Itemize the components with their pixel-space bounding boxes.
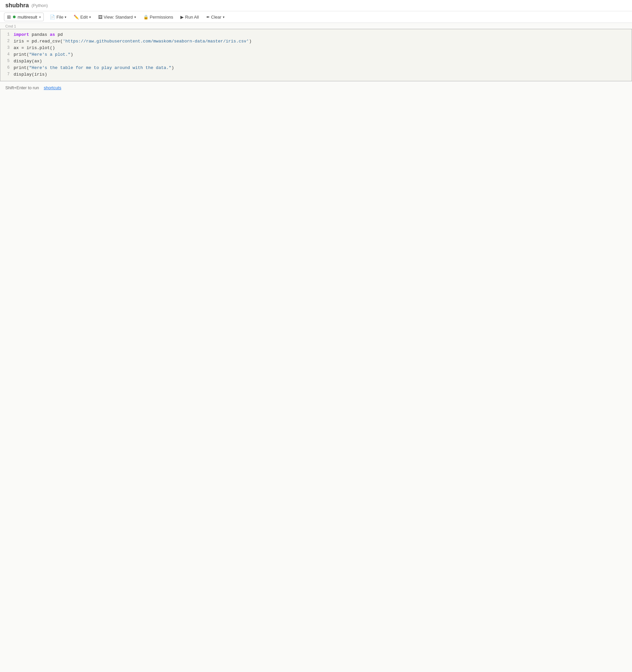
kw-token: as xyxy=(50,32,55,37)
view-chevron-icon: ▾ xyxy=(134,15,136,19)
run-all-button[interactable]: ▶ Run All xyxy=(177,13,202,21)
file-label: File xyxy=(56,15,63,20)
line-content: ax = iris.plot() xyxy=(14,45,632,50)
file-icon: 📄 xyxy=(50,15,55,20)
text-token: ax = iris.plot() xyxy=(14,45,55,50)
code-line: 1import pandas as pd xyxy=(0,32,632,39)
line-number: 5 xyxy=(0,59,14,63)
cell-container[interactable]: 1import pandas as pd2iris = pd.read_csv(… xyxy=(0,29,632,81)
cell-area: Cmd 1 1import pandas as pd2iris = pd.rea… xyxy=(0,23,632,81)
app-title: shubhra xyxy=(5,2,29,9)
text-token: ) xyxy=(171,65,174,70)
line-number: 1 xyxy=(0,32,14,37)
line-content: iris = pd.read_csv('https://raw.githubus… xyxy=(14,39,632,44)
view-icon: 🖼 xyxy=(98,15,102,20)
run-hint-text: Shift+Enter to run xyxy=(5,85,39,90)
view-menu-button[interactable]: 🖼 View: Standard ▾ xyxy=(95,13,139,21)
toolbar: ⊞ multiresult ▾ 📄 File ▾ ✏️ Edit ▾ 🖼 Vie… xyxy=(0,11,632,23)
code-line: 6print("Here's the table for me to play … xyxy=(0,65,632,72)
code-line: 4print("Here's a plot.") xyxy=(0,52,632,58)
chevron-down-icon: ▾ xyxy=(39,15,41,19)
line-content: import pandas as pd xyxy=(14,32,632,37)
text-token: pandas xyxy=(29,32,50,37)
notebook-name: multiresult xyxy=(18,15,37,20)
line-number: 4 xyxy=(0,52,14,57)
run-all-label: Run All xyxy=(185,15,199,20)
notebook-selector[interactable]: ⊞ multiresult ▾ xyxy=(4,13,44,21)
line-content: print("Here's the table for me to play a… xyxy=(14,65,632,70)
code-line: 3ax = iris.plot() xyxy=(0,45,632,52)
code-editor[interactable]: 1import pandas as pd2iris = pd.read_csv(… xyxy=(0,29,632,81)
code-line: 5display(ax) xyxy=(0,58,632,65)
edit-label: Edit xyxy=(80,15,88,20)
clear-icon: ✒ xyxy=(206,15,210,20)
line-number: 7 xyxy=(0,72,14,77)
line-number: 2 xyxy=(0,39,14,44)
str-token: "Here's the table for me to play around … xyxy=(29,65,171,70)
view-label: View: Standard xyxy=(104,15,133,20)
text-token: iris = pd.read_csv( xyxy=(14,39,63,44)
clear-button[interactable]: ✒ Clear ▾ xyxy=(203,13,228,21)
app-lang: (Python) xyxy=(31,3,48,8)
kernel-status-dot xyxy=(13,16,16,18)
text-token: print( xyxy=(14,65,29,70)
text-token: display(iris) xyxy=(14,72,47,77)
clear-label: Clear xyxy=(211,15,221,20)
shortcuts-area: Shift+Enter to run shortcuts xyxy=(0,81,632,94)
line-number: 6 xyxy=(0,65,14,70)
file-chevron-icon: ▾ xyxy=(65,15,66,19)
line-content: print("Here's a plot.") xyxy=(14,52,632,57)
clear-chevron-icon: ▾ xyxy=(223,15,224,19)
line-content: display(ax) xyxy=(14,59,632,64)
text-token: pd xyxy=(55,32,63,37)
edit-menu-button[interactable]: ✏️ Edit ▾ xyxy=(70,13,94,21)
str-token: 'https://raw.githubusercontent.com/mwask… xyxy=(63,39,249,44)
kw-token: import xyxy=(14,32,29,37)
edit-icon: ✏️ xyxy=(74,15,79,20)
str-token: "Here's a plot." xyxy=(29,52,71,57)
code-line: 2iris = pd.read_csv('https://raw.githubu… xyxy=(0,39,632,45)
line-content: display(iris) xyxy=(14,72,632,77)
text-token: ) xyxy=(249,39,252,44)
text-token: ) xyxy=(71,52,73,57)
file-menu-button[interactable]: 📄 File ▾ xyxy=(46,13,70,21)
top-bar: shubhra (Python) xyxy=(0,0,632,11)
permissions-button[interactable]: 🔒 Permissions xyxy=(140,13,177,21)
run-all-icon: ▶ xyxy=(180,15,184,20)
cell-label: Cmd 1 xyxy=(0,23,632,29)
permissions-label: Permissions xyxy=(150,15,173,20)
text-token: print( xyxy=(14,52,29,57)
text-token: display(ax) xyxy=(14,59,42,64)
edit-chevron-icon: ▾ xyxy=(89,15,91,19)
shortcuts-link[interactable]: shortcuts xyxy=(44,85,62,90)
line-number: 3 xyxy=(0,45,14,50)
code-line: 7display(iris) xyxy=(0,72,632,78)
notebook-icon: ⊞ xyxy=(7,14,11,20)
permissions-icon: 🔒 xyxy=(143,15,149,20)
